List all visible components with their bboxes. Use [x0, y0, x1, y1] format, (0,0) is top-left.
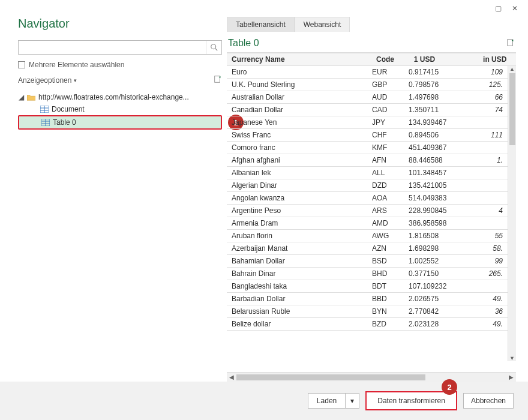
table-cell: [471, 192, 508, 205]
table-cell: 49.: [471, 318, 508, 331]
table-row[interactable]: Armenia DramAMD386.958598: [227, 217, 508, 230]
table-cell: 135.421005: [404, 179, 471, 192]
table-cell: ALL: [367, 167, 404, 179]
table-row[interactable]: Japanese YenJPY134.939467: [227, 116, 508, 129]
table-cell: Canadian Dollar: [227, 104, 367, 116]
table-cell: CAD: [367, 104, 404, 116]
multi-select-option[interactable]: Mehrere Elemente auswählen: [18, 61, 222, 69]
tree-item-document[interactable]: Document: [18, 103, 222, 115]
table-cell: Bangladeshi taka: [227, 280, 367, 293]
close-icon[interactable]: ✕: [509, 4, 521, 13]
table-cell: Euro: [227, 66, 367, 79]
table-cell: 109: [471, 66, 508, 79]
navigator-title: Navigator: [18, 17, 222, 31]
preview-title: Table 0: [228, 38, 259, 49]
table-row[interactable]: Comoro francKMF451.409367: [227, 142, 508, 154]
col-header[interactable]: Currency Name: [227, 53, 371, 66]
load-button[interactable]: Laden ▾: [308, 393, 359, 409]
table-cell: 2.026575: [404, 293, 471, 305]
display-options-dropdown[interactable]: Anzeigeoptionen ▾: [18, 76, 77, 85]
chevron-down-icon: ▾: [74, 77, 77, 83]
table-cell: 1.816508: [404, 230, 471, 242]
search-icon[interactable]: [206, 41, 221, 54]
table-cell: AMD: [367, 217, 404, 230]
table-cell: [471, 280, 508, 293]
horizontal-scrollbar[interactable]: ◀ ▶: [227, 372, 516, 382]
source-tree: ◢ http://www.floatrates.com/historical-e…: [18, 91, 222, 130]
table-cell: ARS: [367, 205, 404, 217]
table-row[interactable]: Bangladeshi takaBDT107.109232: [227, 280, 508, 293]
scroll-thumb[interactable]: [236, 374, 425, 380]
tab-web-view[interactable]: Webansicht: [295, 17, 350, 32]
table-row[interactable]: Aruban florinAWG1.81650855: [227, 230, 508, 242]
scroll-thumb[interactable]: [509, 73, 515, 145]
table-row[interactable]: Belize dollarBZD2.02312849.: [227, 318, 508, 331]
table-cell: 101.348457: [404, 167, 471, 179]
table-cell: Australian Dollar: [227, 91, 367, 104]
table-row[interactable]: Barbadian DollarBBD2.02657549.: [227, 293, 508, 305]
table-row[interactable]: Argentine PesoARS228.9908454: [227, 205, 508, 217]
table-row[interactable]: Afghan afghaniAFN88.4465881.: [227, 154, 508, 167]
table-cell: KMF: [367, 142, 404, 154]
table-row[interactable]: Bahamian DollarBSD1.00255299: [227, 255, 508, 268]
table-cell: 1.: [471, 154, 508, 167]
table-cell: [471, 142, 508, 154]
table-cell: 4: [471, 205, 508, 217]
table-row[interactable]: Algerian DinarDZD135.421005: [227, 179, 508, 192]
table-row[interactable]: Albanian lekALL101.348457: [227, 167, 508, 179]
load-button-label[interactable]: Laden: [308, 393, 345, 409]
col-header[interactable]: 1 USD: [409, 53, 478, 66]
table-row[interactable]: Azerbaijan ManatAZN1.69829858.: [227, 242, 508, 255]
tree-item-table0[interactable]: Table 0: [18, 115, 222, 130]
table-cell: 125.: [471, 79, 508, 91]
col-header[interactable]: Code: [371, 53, 409, 66]
table-cell: Swiss Franc: [227, 129, 367, 142]
tab-table-view[interactable]: Tabellenansicht: [227, 17, 295, 32]
tree-url-label: http://www.floatrates.com/historical-exc…: [38, 93, 189, 101]
table-cell: 0.917415: [404, 66, 471, 79]
table-cell: Albanian lek: [227, 167, 367, 179]
table-cell: EUR: [367, 66, 404, 79]
restore-icon[interactable]: ▢: [492, 4, 504, 13]
table-cell: [471, 167, 508, 179]
table-cell: Aruban florin: [227, 230, 367, 242]
table-cell: 228.990845: [404, 205, 471, 217]
col-header[interactable]: in USD: [478, 53, 516, 66]
table-cell: AOA: [367, 192, 404, 205]
table-cell: [471, 179, 508, 192]
table-cell: Afghan afghani: [227, 154, 367, 167]
load-button-caret[interactable]: ▾: [345, 393, 359, 409]
table-cell: BBD: [367, 293, 404, 305]
table-cell: 1.698298: [404, 242, 471, 255]
table-cell: Japanese Yen: [227, 116, 367, 129]
table-cell: Angolan kwanza: [227, 192, 367, 205]
table-row[interactable]: U.K. Pound SterlingGBP0.798576125.: [227, 79, 508, 91]
table-row[interactable]: Belarussian RubleBYN2.77084236: [227, 305, 508, 318]
table-cell: 386.958598: [404, 217, 471, 230]
search-input[interactable]: [19, 41, 206, 54]
table-row[interactable]: Swiss FrancCHF0.894506111: [227, 129, 508, 142]
table-cell: Barbadian Dollar: [227, 293, 367, 305]
table-cell: Bahamian Dollar: [227, 255, 367, 268]
cancel-button[interactable]: Abbrechen: [463, 393, 514, 409]
tree-item-source-url[interactable]: ◢ http://www.floatrates.com/historical-e…: [18, 91, 222, 103]
table-cell: AFN: [367, 154, 404, 167]
title-bar: ▢ ✕: [0, 0, 528, 17]
grid-icon: [40, 105, 49, 113]
table-cell: AZN: [367, 242, 404, 255]
table-row[interactable]: Angolan kwanzaAOA514.049383: [227, 192, 508, 205]
table-cell: 1.350711: [404, 104, 471, 116]
table-row[interactable]: EuroEUR0.917415109: [227, 66, 508, 79]
table-cell: 88.446588: [404, 154, 471, 167]
transform-data-button[interactable]: Daten transformieren: [365, 391, 457, 410]
table-row[interactable]: Bahrain DinarBHD0.377150265.: [227, 268, 508, 280]
refresh-icon[interactable]: [214, 75, 222, 85]
vertical-scrollbar[interactable]: ▲ ▼: [508, 66, 516, 361]
table-cell: Armenia Dram: [227, 217, 367, 230]
table-row[interactable]: Australian DollarAUD1.49769866: [227, 91, 508, 104]
export-icon[interactable]: [506, 38, 515, 49]
checkbox-icon[interactable]: [18, 61, 25, 68]
table-cell: [471, 116, 508, 129]
table-cell: 2.770842: [404, 305, 471, 318]
table-row[interactable]: Canadian DollarCAD1.35071174: [227, 104, 508, 116]
